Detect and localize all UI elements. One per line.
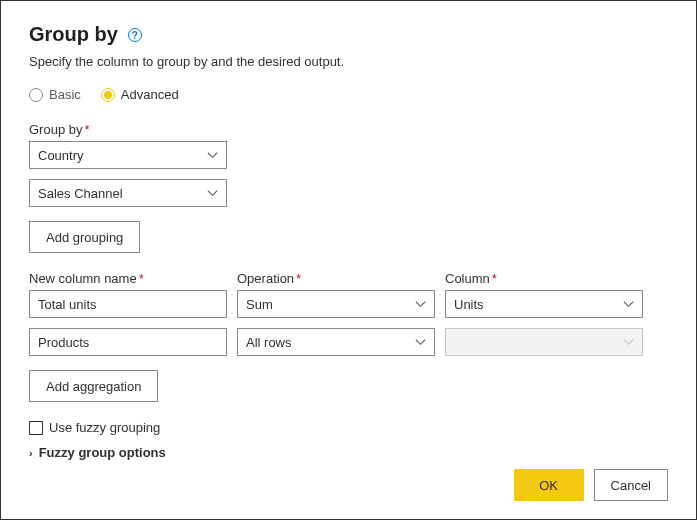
help-icon[interactable]: ?: [128, 28, 142, 42]
chevron-down-icon: [415, 299, 426, 310]
chevron-down-icon: [415, 337, 426, 348]
radio-advanced-indicator: [101, 88, 115, 102]
required-marker: *: [84, 122, 89, 137]
new-column-label: New column name*: [29, 271, 227, 286]
chevron-right-icon: ›: [29, 447, 33, 459]
aggregation-row-1: Products All rows: [29, 328, 668, 356]
radio-basic-indicator: [29, 88, 43, 102]
chevron-down-icon: [207, 150, 218, 161]
aggregation-headers: New column name* Total units Operation* …: [29, 271, 668, 318]
group-by-section: Group by* Country Sales Channel Add grou…: [29, 122, 668, 253]
ok-button[interactable]: OK: [514, 469, 584, 501]
group-by-select-1-value: Sales Channel: [38, 186, 123, 201]
new-column-input-1[interactable]: Products: [29, 328, 227, 356]
dialog-title: Group by: [29, 23, 118, 46]
fuzzy-options-expander[interactable]: › Fuzzy group options: [29, 445, 668, 460]
operation-select-0[interactable]: Sum: [237, 290, 435, 318]
title-row: Group by ?: [29, 23, 668, 46]
radio-advanced[interactable]: Advanced: [101, 87, 179, 102]
group-by-stack: Country Sales Channel: [29, 141, 668, 207]
chevron-down-icon: [623, 299, 634, 310]
aggregations-section: New column name* Total units Operation* …: [29, 271, 668, 402]
fuzzy-checkbox[interactable]: [29, 421, 43, 435]
new-column-input-0[interactable]: Total units: [29, 290, 227, 318]
fuzzy-checkbox-label: Use fuzzy grouping: [49, 420, 160, 435]
dialog-subtitle: Specify the column to group by and the d…: [29, 54, 668, 69]
group-by-select-0[interactable]: Country: [29, 141, 227, 169]
radio-basic[interactable]: Basic: [29, 87, 81, 102]
column-select-0[interactable]: Units: [445, 290, 643, 318]
column-select-1: [445, 328, 643, 356]
group-by-label: Group by*: [29, 122, 668, 137]
mode-radio-group: Basic Advanced: [29, 87, 668, 102]
radio-advanced-label: Advanced: [121, 87, 179, 102]
dialog-footer: OK Cancel: [514, 469, 668, 501]
operation-label: Operation*: [237, 271, 435, 286]
fuzzy-options-label: Fuzzy group options: [39, 445, 166, 460]
chevron-down-icon: [623, 337, 634, 348]
chevron-down-icon: [207, 188, 218, 199]
add-grouping-button[interactable]: Add grouping: [29, 221, 140, 253]
fuzzy-checkbox-row[interactable]: Use fuzzy grouping: [29, 420, 668, 435]
radio-basic-label: Basic: [49, 87, 81, 102]
column-label: Column*: [445, 271, 643, 286]
operation-select-1[interactable]: All rows: [237, 328, 435, 356]
group-by-select-1[interactable]: Sales Channel: [29, 179, 227, 207]
group-by-select-0-value: Country: [38, 148, 84, 163]
add-aggregation-button[interactable]: Add aggregation: [29, 370, 158, 402]
cancel-button[interactable]: Cancel: [594, 469, 668, 501]
group-by-dialog: Group by ? Specify the column to group b…: [0, 0, 697, 520]
